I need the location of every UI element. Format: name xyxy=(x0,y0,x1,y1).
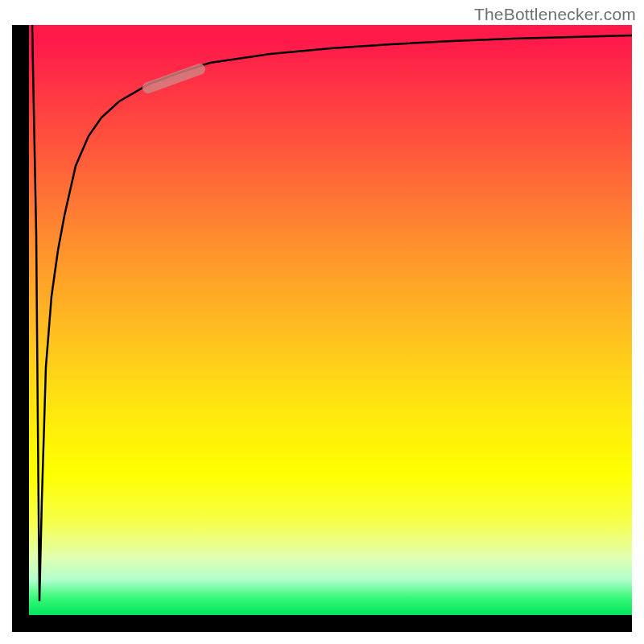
chart-container xyxy=(12,25,632,632)
y-axis-bar xyxy=(12,25,29,615)
watermark-text: TheBottlenecker.com xyxy=(474,5,636,24)
bottleneck-curve xyxy=(32,25,632,601)
plot-area xyxy=(29,25,632,615)
x-axis-bar xyxy=(12,615,632,632)
curve-layer xyxy=(29,25,632,615)
highlight-marker xyxy=(148,69,200,88)
